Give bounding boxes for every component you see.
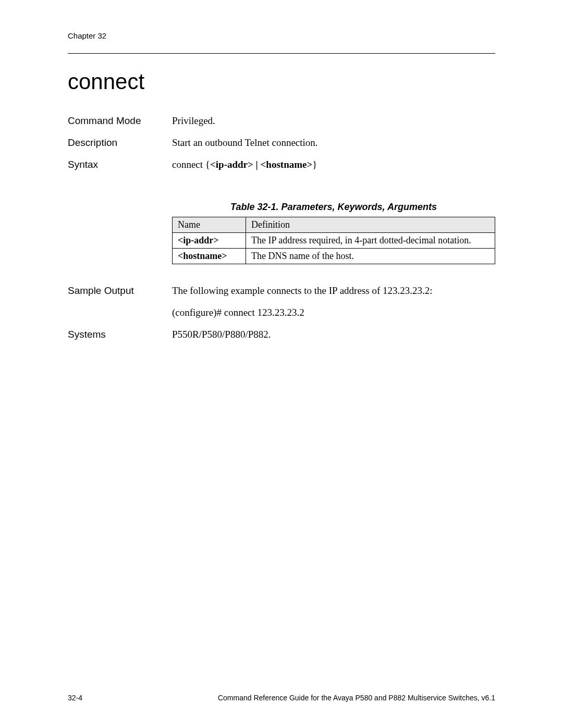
value-command-mode: Privileged. bbox=[172, 115, 495, 127]
table-header-row: Name Definition bbox=[173, 217, 495, 233]
row-command-mode: Command Mode Privileged. bbox=[68, 115, 495, 127]
label-description: Description bbox=[68, 137, 172, 149]
table-row: <hostname> The DNS name of the host. bbox=[173, 249, 495, 264]
running-header: Chapter 32 bbox=[68, 31, 495, 40]
footer-doc-title: Command Reference Guide for the Avaya P5… bbox=[218, 694, 495, 702]
row-systems: Systems P550R/P580/P880/P882. bbox=[68, 329, 495, 340]
cell-name-0: <ip-addr> bbox=[173, 233, 246, 249]
cell-def-1: The DNS name of the host. bbox=[246, 249, 495, 264]
page-title: connect bbox=[68, 69, 495, 94]
value-systems: P550R/P580/P880/P882. bbox=[172, 329, 495, 340]
label-command-mode: Command Mode bbox=[68, 115, 172, 127]
syntax-args: <ip-addr> | <hostname> bbox=[210, 159, 312, 170]
syntax-prefix: connect { bbox=[172, 159, 210, 170]
value-description: Start an outbound Telnet connection. bbox=[172, 137, 495, 149]
table-caption: Table 32-1. Parameters, Keywords, Argume… bbox=[172, 202, 495, 213]
label-syntax: Syntax bbox=[68, 159, 172, 170]
table-row: <ip-addr> The IP address required, in 4-… bbox=[173, 233, 495, 249]
value-sample-output: The following example connects to the IP… bbox=[172, 285, 495, 318]
params-table: Name Definition <ip-addr> The IP address… bbox=[172, 217, 495, 264]
row-description: Description Start an outbound Telnet con… bbox=[68, 137, 495, 149]
sample-line-2: (configure)# connect 123.23.23.2 bbox=[172, 307, 495, 318]
th-name: Name bbox=[173, 217, 246, 233]
row-sample-output: Sample Output The following example conn… bbox=[68, 285, 495, 318]
footer-page-number: 32-4 bbox=[68, 694, 82, 702]
header-rule bbox=[68, 53, 495, 54]
chapter-label: Chapter 32 bbox=[68, 31, 106, 40]
sample-line-1: The following example connects to the IP… bbox=[172, 285, 495, 297]
cell-def-0: The IP address required, in 4-part dotte… bbox=[246, 233, 495, 249]
th-definition: Definition bbox=[246, 217, 495, 233]
footer: 32-4 Command Reference Guide for the Ava… bbox=[68, 694, 495, 702]
syntax-suffix: } bbox=[312, 159, 317, 170]
cell-name-1: <hostname> bbox=[173, 249, 246, 264]
value-syntax: connect {<ip-addr> | <hostname>} bbox=[172, 159, 495, 170]
label-sample-output: Sample Output bbox=[68, 285, 172, 318]
label-systems: Systems bbox=[68, 329, 172, 340]
row-syntax: Syntax connect {<ip-addr> | <hostname>} bbox=[68, 159, 495, 170]
page: Chapter 32 connect Command Mode Privileg… bbox=[0, 0, 563, 728]
